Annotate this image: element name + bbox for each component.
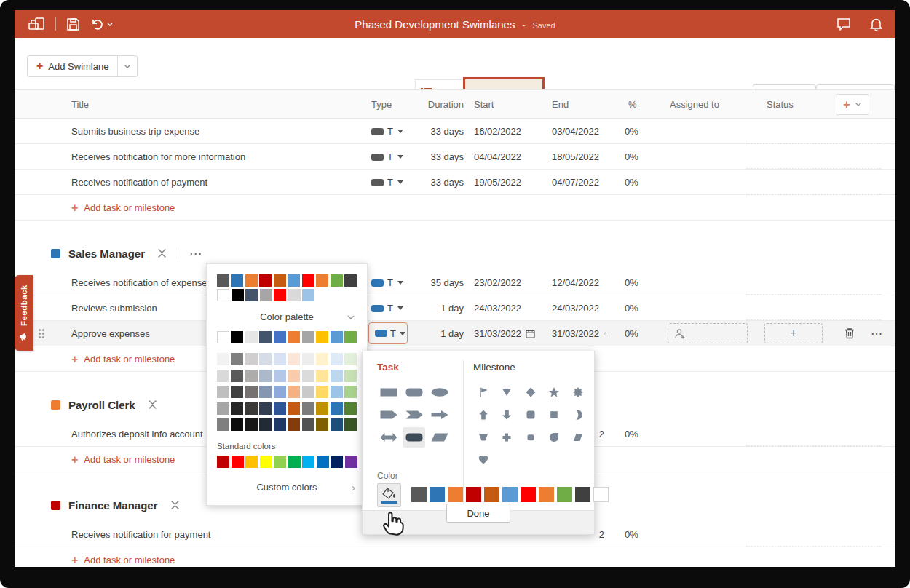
collapse-icon[interactable]: [157, 248, 167, 258]
swimlane-color-swatch[interactable]: [51, 249, 60, 258]
trash-icon[interactable]: [844, 327, 855, 341]
color-palette-dropdown[interactable]: Color palette: [217, 311, 357, 322]
percent-cell[interactable]: 0%: [625, 119, 638, 144]
add-task-button[interactable]: +Add task or milestone: [71, 447, 175, 472]
color-swatch[interactable]: [331, 274, 343, 287]
milestone-shape-arrow-down[interactable]: [496, 405, 518, 425]
color-swatch[interactable]: [484, 487, 499, 502]
color-swatch[interactable]: [344, 402, 357, 415]
color-swatch[interactable]: [331, 370, 343, 382]
color-swatch[interactable]: [344, 418, 357, 431]
color-swatch[interactable]: [274, 402, 286, 415]
task-shape-ellipse[interactable]: [428, 382, 451, 402]
task-type-cell[interactable]: T: [371, 270, 403, 295]
color-swatch[interactable]: [274, 386, 286, 398]
add-task-button[interactable]: +Add task or milestone: [71, 547, 175, 567]
task-title-cell[interactable]: Receives notification for more informati…: [71, 144, 245, 170]
color-swatch[interactable]: [259, 386, 272, 398]
color-swatch[interactable]: [260, 456, 272, 468]
milestone-tab[interactable]: Milestone: [473, 362, 515, 373]
task-tab[interactable]: Task: [377, 362, 399, 373]
color-swatch[interactable]: [274, 353, 286, 365]
color-swatch[interactable]: [245, 331, 258, 343]
color-swatch[interactable]: [288, 418, 300, 431]
swimlane-more-menu[interactable]: ⋯: [189, 246, 202, 261]
end-date-cell[interactable]: 03/04/2022: [552, 119, 606, 144]
color-swatch[interactable]: [259, 331, 272, 343]
swimlane-name[interactable]: Finance Manager: [68, 499, 158, 512]
add-task-button[interactable]: +Add task or milestone: [71, 346, 175, 372]
color-swatch[interactable]: [411, 487, 427, 502]
start-date-cell[interactable]: 24/03/2022: [474, 295, 521, 321]
custom-colors-button[interactable]: Custom colors ›: [217, 482, 357, 493]
color-swatch[interactable]: [539, 487, 554, 502]
milestone-shape-triangle-down[interactable]: [496, 382, 518, 402]
color-swatch[interactable]: [259, 274, 272, 287]
color-swatch[interactable]: [316, 331, 328, 343]
color-swatch[interactable]: [231, 274, 243, 287]
swimlane-color-swatch[interactable]: [51, 400, 60, 410]
color-swatch[interactable]: [288, 274, 300, 287]
color-swatch[interactable]: [274, 418, 286, 431]
collapse-icon[interactable]: [170, 500, 180, 510]
color-swatch[interactable]: [302, 386, 314, 398]
percent-cell[interactable]: 0%: [625, 421, 638, 447]
percent-cell[interactable]: 0%: [625, 144, 638, 170]
color-swatch[interactable]: [345, 456, 357, 468]
percent-cell[interactable]: 0%: [625, 295, 638, 321]
color-swatch[interactable]: [274, 456, 286, 468]
end-date-cell[interactable]: 24/03/2022: [552, 295, 606, 321]
color-swatch[interactable]: [217, 402, 229, 415]
milestone-shape-diamond[interactable]: [519, 382, 542, 402]
milestone-shape-heart[interactable]: [472, 450, 494, 470]
milestone-shape-crescent[interactable]: [566, 405, 589, 425]
color-swatch[interactable]: [344, 331, 357, 343]
task-type-cell[interactable]: T: [368, 322, 408, 344]
color-swatch[interactable]: [231, 402, 243, 415]
color-swatch[interactable]: [232, 289, 244, 301]
color-swatch[interactable]: [331, 418, 343, 431]
color-swatch[interactable]: [316, 386, 328, 398]
color-swatch[interactable]: [288, 370, 300, 382]
task-type-cell[interactable]: T: [371, 144, 403, 170]
color-swatch[interactable]: [593, 487, 609, 502]
color-swatch[interactable]: [245, 370, 258, 382]
color-swatch[interactable]: [274, 331, 286, 343]
color-swatch[interactable]: [288, 456, 301, 468]
color-swatch[interactable]: [302, 274, 314, 287]
milestone-shape-square[interactable]: [543, 405, 566, 425]
color-swatch[interactable]: [245, 386, 258, 398]
color-swatch[interactable]: [344, 274, 357, 287]
color-swatch[interactable]: [217, 289, 229, 301]
color-swatch[interactable]: [259, 353, 272, 365]
color-swatch[interactable]: [521, 487, 536, 502]
color-swatch[interactable]: [430, 487, 445, 502]
task-shape-rounded-rectangle[interactable]: [403, 382, 425, 402]
end-date-cell[interactable]: 18/05/2022: [552, 144, 606, 170]
color-swatch[interactable]: [274, 370, 286, 382]
color-swatch[interactable]: [288, 289, 301, 301]
color-swatch[interactable]: [217, 274, 229, 287]
add-task-button[interactable]: +Add task or milestone: [71, 195, 175, 220]
color-swatch[interactable]: [331, 386, 343, 398]
color-swatch[interactable]: [245, 289, 258, 301]
task-shape-arrow-right[interactable]: [428, 405, 451, 425]
add-swimlane-dropdown[interactable]: [117, 56, 137, 76]
color-swatch[interactable]: [217, 331, 229, 343]
task-shape-double-arrow-horizontal[interactable]: [377, 427, 400, 448]
color-swatch[interactable]: [245, 402, 258, 415]
milestone-shape-trapezoid-down[interactable]: [472, 427, 494, 448]
milestone-shape-rounded-square-small[interactable]: [519, 427, 542, 448]
task-shape-parallelogram[interactable]: [428, 427, 451, 448]
add-swimlane-button[interactable]: +Add Swimlane: [27, 55, 138, 77]
color-swatch[interactable]: [316, 418, 328, 431]
color-swatch[interactable]: [302, 370, 314, 382]
color-swatch[interactable]: [302, 402, 314, 415]
swimlane-name[interactable]: Sales Manager: [68, 247, 145, 260]
task-title-cell[interactable]: Approve expenses: [71, 321, 150, 346]
percent-cell[interactable]: 0%: [625, 170, 638, 195]
task-title-cell[interactable]: Receives notification of payment: [71, 170, 207, 195]
start-date-cell[interactable]: 04/04/2022: [474, 144, 521, 170]
color-swatch[interactable]: [448, 487, 463, 502]
color-swatch[interactable]: [259, 402, 272, 415]
